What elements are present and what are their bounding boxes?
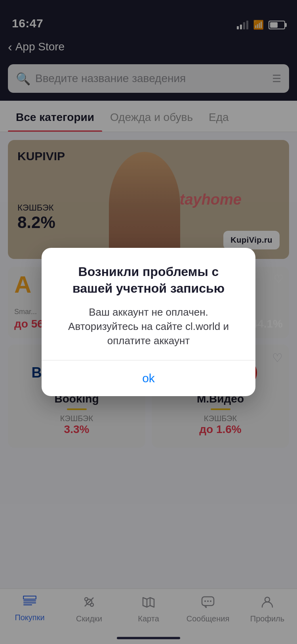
modal-ok-button[interactable]: ok [42,360,255,396]
home-indicator [117,637,180,639]
modal-title: Возникли проблемы с вашей учетной запись… [57,264,240,297]
modal-content: Возникли проблемы с вашей учетной запись… [42,248,255,360]
modal-btn-row: ok [42,360,255,396]
modal-body: Ваш аккаунт не оплачен. Авторизуйтесь на… [57,305,240,348]
modal-overlay: Возникли проблемы с вашей учетной запись… [0,0,297,644]
modal-box: Возникли проблемы с вашей учетной запись… [42,248,255,396]
